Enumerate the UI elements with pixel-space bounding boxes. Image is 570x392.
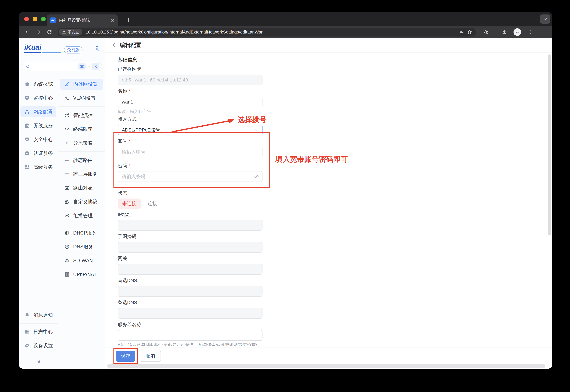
sdwan-cloud-icon [64, 258, 70, 263]
save-button[interactable]: 保存 [116, 351, 135, 362]
field-status: 状态 未连接 连接 [118, 190, 552, 209]
password-input[interactable] [118, 171, 262, 182]
sidebar-collapse-button[interactable] [19, 357, 58, 367]
tab-strip: iK 内外网设置-编辑 [19, 12, 552, 26]
submenu-item-upnp-nat[interactable]: UPnP/NAT [60, 269, 103, 280]
field-label: 网关 [118, 255, 552, 261]
maximize-window-button[interactable] [41, 17, 46, 21]
search-icon [26, 64, 30, 69]
sidebar-item-wireless[interactable]: 无线服务 [20, 120, 56, 131]
sidebar-item-network-config[interactable]: 网络配置 [20, 106, 56, 117]
submenu-item-terminal-speed-limit[interactable]: 终端限速 [60, 124, 103, 135]
field-label: 账号* [118, 138, 552, 144]
field-label: 名称* [118, 88, 552, 94]
selected-nic-input [118, 75, 262, 85]
sidebar-item-system-overview[interactable]: 系统概览 [20, 79, 56, 90]
submenu-item-lan-wan-settings[interactable]: 内外网设置 [60, 79, 103, 90]
sidebar-item-auth-service[interactable]: 认证服务 [20, 148, 56, 159]
browser-menu-icon[interactable] [526, 28, 534, 36]
name-input[interactable] [118, 97, 262, 107]
shield-icon [24, 137, 30, 142]
sidebar-item-security-center[interactable]: 安全中心 [20, 134, 56, 145]
server-name-input[interactable] [118, 330, 262, 341]
browser-tab[interactable]: iK 内外网设置-编辑 [47, 14, 118, 26]
route-object-icon [64, 185, 70, 191]
submenu-item-static-route[interactable]: 静态路由 [60, 155, 103, 166]
bell-icon [24, 312, 30, 318]
svg-text:LOG: LOG [26, 331, 29, 333]
downloads-icon[interactable] [500, 28, 509, 36]
field-label: 子网掩码 [118, 233, 552, 239]
password-key-icon[interactable] [458, 28, 466, 36]
submenu-item-vlan-settings[interactable]: VLAN设置 [60, 93, 103, 103]
dns-primary-input [118, 286, 262, 297]
submenu-item-multicast-management[interactable]: 组播管理 [60, 210, 103, 221]
sidebar-item-device-settings[interactable]: 设备设置 [20, 340, 56, 351]
move-arrows-icon [64, 158, 70, 163]
custom-protocol-icon [64, 199, 70, 205]
shortcut-cmd-key: ⌘ [78, 63, 86, 70]
annotation-select-dial: 选择拨号 [238, 115, 267, 125]
field-netmask: 子网掩码 [118, 233, 552, 253]
field-label: 首选DNS [118, 278, 552, 283]
speedometer-icon [64, 126, 70, 132]
url-bar[interactable]: 不安全 10.10.10.253/login#/networkConfigura… [57, 28, 476, 37]
cancel-button[interactable]: 取消 [140, 351, 161, 362]
submenu-item-smart-qos[interactable]: 智能流控 [60, 110, 103, 121]
minimize-window-button[interactable] [33, 17, 37, 21]
ip-input [118, 220, 262, 231]
sidebar-item-notifications[interactable]: 消息通知 [20, 309, 56, 321]
logo-underline [24, 52, 61, 53]
svg-text:DNS: DNS [66, 246, 69, 248]
tab-close-icon[interactable] [111, 18, 114, 22]
browser-window: iK 内外网设置-编辑 不安全 10.10.10.253/ [19, 12, 552, 369]
field-gateway: 网关 [118, 255, 552, 275]
page-title: 编辑配置 [120, 42, 141, 49]
sidebar-divider [19, 354, 58, 354]
horizontal-scrollbar[interactable] [107, 364, 545, 368]
sidebar-item-log-center[interactable]: LOG 日志中心 [20, 326, 56, 337]
url-text: 10.10.10.253/login#/networkConfiguration… [86, 29, 458, 35]
status-disconnected-badge: 未连接 [118, 198, 141, 209]
layer3-icon [64, 171, 70, 177]
sidebar-item-monitor-center[interactable]: 监控中心 [20, 93, 56, 103]
access-mode-value[interactable] [118, 125, 262, 135]
user-icon[interactable] [93, 45, 100, 52]
multicast-icon [64, 213, 70, 218]
status-connect-action[interactable]: 连接 [148, 200, 157, 207]
sidebar-search[interactable]: ⌘ + K [22, 62, 102, 71]
submenu-item-custom-protocol[interactable]: 自定义协议 [60, 196, 103, 207]
certificate-badge-icon [24, 151, 30, 156]
bookmark-star-icon[interactable] [466, 28, 473, 36]
name-hint: 最多可输入15字符 [118, 109, 552, 113]
network-submenu: 内外网设置 VLAN设置 智能流控 终端限速 [58, 79, 105, 369]
access-mode-select[interactable] [118, 125, 262, 135]
new-tab-button[interactable] [124, 15, 133, 25]
account-input[interactable] [118, 147, 262, 157]
submenu-item-dhcp-service[interactable]: DHCP服务 [60, 227, 103, 238]
shuffle-icon [64, 113, 70, 118]
sidebar-item-advanced-service[interactable]: 高级服务 [20, 162, 56, 173]
field-dns-primary: 首选DNS [118, 278, 552, 297]
submenu-item-dns-service[interactable]: DNS DNS服务 [60, 241, 103, 252]
reload-button[interactable] [45, 28, 54, 36]
tab-search-button[interactable] [540, 14, 550, 24]
back-chevron-icon[interactable] [111, 42, 116, 48]
vertical-scrollbar[interactable] [548, 55, 551, 235]
field-label: 备选DNS [118, 299, 552, 306]
close-window-button[interactable] [24, 17, 29, 21]
extensions-icon[interactable] [482, 28, 490, 36]
security-badge[interactable]: 不安全 [59, 29, 82, 36]
eye-off-icon[interactable] [254, 174, 259, 179]
back-button[interactable] [23, 28, 31, 36]
dns-globe-icon: DNS [64, 244, 70, 250]
collapse-sidebar-icon [36, 359, 41, 364]
submenu-item-route-object[interactable]: 路由对象 [60, 182, 103, 194]
submenu-item-traffic-split-policy[interactable]: 分流策略 [60, 138, 103, 149]
submenu-item-sdwan[interactable]: SD-WAN [60, 255, 103, 266]
tab-title: 内外网设置-编辑 [59, 17, 107, 23]
submenu-item-cross-layer3-service[interactable]: 跨三层服务 [60, 169, 103, 180]
split-arrows-icon [64, 140, 70, 146]
forward-button[interactable] [34, 28, 43, 36]
profile-avatar[interactable] [513, 28, 521, 36]
